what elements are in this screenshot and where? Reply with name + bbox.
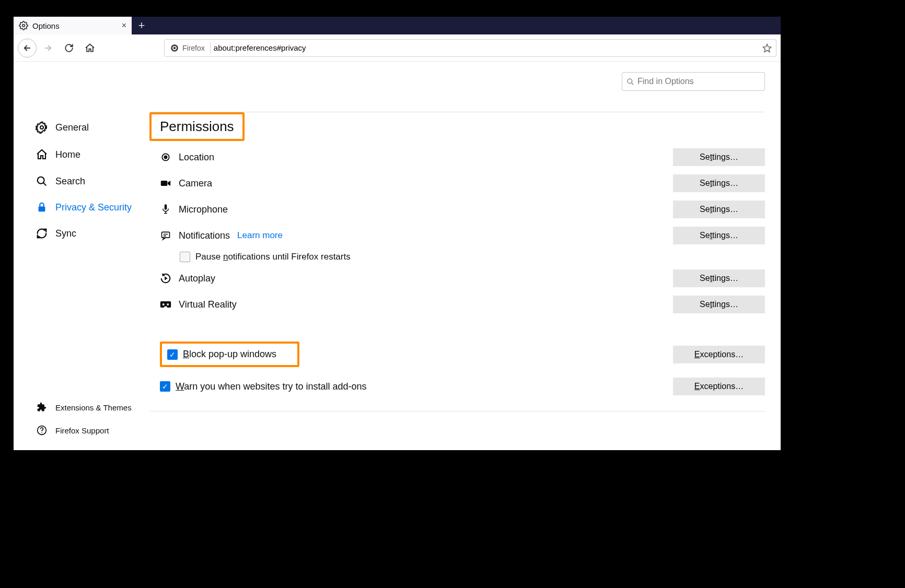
pause-notifications-label: Pause notifications until Firefox restar…	[195, 252, 351, 262]
category-general[interactable]: General	[14, 114, 149, 141]
location-settings-button[interactable]: Settings…	[673, 148, 765, 166]
perm-row-camera: Camera Settings…	[149, 173, 774, 193]
svg-marker-16	[165, 276, 168, 280]
firefox-support-link[interactable]: Firefox Support	[14, 421, 149, 440]
home-button[interactable]	[80, 39, 99, 57]
back-button[interactable]	[18, 39, 37, 57]
identity-box[interactable]: Firefox	[169, 42, 211, 54]
main-pane: Permissions Location	[149, 62, 781, 450]
puzzle-icon	[36, 402, 48, 413]
permissions-heading: Permissions	[152, 114, 242, 139]
category-home-label: Home	[55, 149, 80, 160]
svg-rect-15	[162, 232, 170, 238]
perm-microphone-label: Microphone	[179, 204, 228, 215]
nav-toolbar: Firefox about:preferences#privacy	[14, 34, 781, 62]
tab-bar: Options × +	[14, 17, 781, 34]
perm-row-location: Location Settings…	[149, 147, 774, 167]
pause-notifications-row: Pause notifications until Firefox restar…	[149, 252, 774, 262]
perm-row-notifications: Notifications Learn more Settings…	[149, 226, 774, 245]
category-sync[interactable]: Sync	[14, 220, 149, 246]
svg-point-18	[167, 303, 169, 305]
bookmark-star-icon[interactable]	[762, 43, 772, 53]
url-text: about:preferences#privacy	[214, 43, 759, 52]
vr-settings-button[interactable]: Settings…	[673, 296, 765, 313]
svg-point-17	[163, 303, 165, 305]
block-popups-row: ✓ Block pop-up windows Exceptions…	[149, 342, 774, 367]
extensions-themes-label: Extensions & Themes	[55, 403, 132, 412]
firefox-logo-icon	[170, 43, 179, 53]
warn-addons-label: Warn you when websites try to install ad…	[176, 381, 367, 392]
lock-icon	[36, 202, 48, 213]
camera-settings-button[interactable]: Settings…	[673, 174, 765, 192]
warn-addons-row: ✓ Warn you when websites try to install …	[149, 373, 774, 395]
block-popups-label: Block pop-up windows	[183, 349, 276, 360]
svg-point-0	[22, 25, 25, 27]
svg-point-9	[41, 432, 42, 433]
search-icon	[626, 78, 634, 86]
svg-point-3	[173, 46, 176, 49]
tab-title: Options	[32, 21, 60, 30]
perm-notifications-label: Notifications	[179, 230, 230, 241]
gear-icon	[36, 121, 48, 134]
category-privacy-label: Privacy & Security	[55, 202, 132, 213]
svg-marker-4	[763, 44, 771, 52]
search-icon	[36, 175, 48, 187]
permissions-heading-highlight: Permissions	[149, 112, 245, 141]
block-popups-exceptions-button[interactable]: Exceptions…	[673, 346, 765, 363]
category-sync-label: Sync	[55, 228, 76, 239]
warn-addons-checkbox[interactable]: ✓	[160, 381, 170, 392]
svg-point-5	[40, 126, 43, 129]
perm-camera-label: Camera	[179, 178, 212, 189]
tab-options[interactable]: Options ×	[14, 17, 132, 34]
autoplay-icon	[160, 273, 171, 284]
svg-point-12	[165, 156, 167, 159]
category-privacy[interactable]: Privacy & Security	[14, 194, 149, 220]
svg-point-6	[38, 177, 44, 184]
categories-sidebar: General Home Search	[14, 62, 149, 450]
svg-rect-7	[39, 206, 45, 211]
extensions-themes-link[interactable]: Extensions & Themes	[14, 398, 149, 417]
home-icon	[36, 148, 48, 161]
microphone-settings-button[interactable]: Settings…	[673, 201, 765, 218]
new-tab-button[interactable]: +	[132, 17, 152, 34]
reload-button[interactable]	[60, 39, 78, 57]
perm-row-vr: Virtual Reality Settings…	[149, 295, 774, 314]
gear-icon	[19, 21, 28, 30]
close-icon[interactable]: ×	[122, 21, 126, 30]
svg-rect-13	[161, 181, 168, 186]
category-search[interactable]: Search	[14, 168, 149, 194]
search-input[interactable]	[637, 77, 760, 86]
notifications-learn-more-link[interactable]: Learn more	[237, 230, 283, 241]
notifications-settings-button[interactable]: Settings…	[673, 227, 765, 244]
search-in-options[interactable]	[622, 72, 765, 91]
forward-button[interactable]	[39, 39, 57, 57]
identity-label: Firefox	[182, 44, 205, 52]
vr-icon	[160, 300, 171, 309]
microphone-icon	[160, 204, 171, 215]
category-search-label: Search	[55, 176, 85, 187]
category-general-label: General	[55, 122, 89, 133]
perm-autoplay-label: Autoplay	[179, 273, 215, 284]
perm-row-microphone: Microphone Settings…	[149, 199, 774, 219]
svg-point-10	[628, 78, 632, 83]
camera-icon	[160, 179, 171, 187]
pause-notifications-checkbox[interactable]	[180, 252, 190, 262]
svg-rect-14	[165, 204, 167, 210]
warn-addons-exceptions-button[interactable]: Exceptions…	[673, 378, 765, 395]
question-icon	[36, 425, 48, 436]
perm-vr-label: Virtual Reality	[179, 299, 237, 310]
perm-location-label: Location	[179, 152, 214, 163]
url-bar[interactable]: Firefox about:preferences#privacy	[164, 39, 776, 57]
autoplay-settings-button[interactable]: Settings…	[673, 269, 765, 287]
sync-icon	[36, 228, 48, 239]
location-icon	[160, 152, 171, 162]
notifications-icon	[160, 230, 171, 241]
firefox-support-label: Firefox Support	[55, 426, 109, 435]
perm-row-autoplay: Autoplay Settings…	[149, 268, 774, 288]
category-home[interactable]: Home	[14, 141, 149, 168]
block-popups-highlight: ✓ Block pop-up windows	[160, 342, 299, 367]
block-popups-checkbox[interactable]: ✓	[167, 349, 178, 360]
